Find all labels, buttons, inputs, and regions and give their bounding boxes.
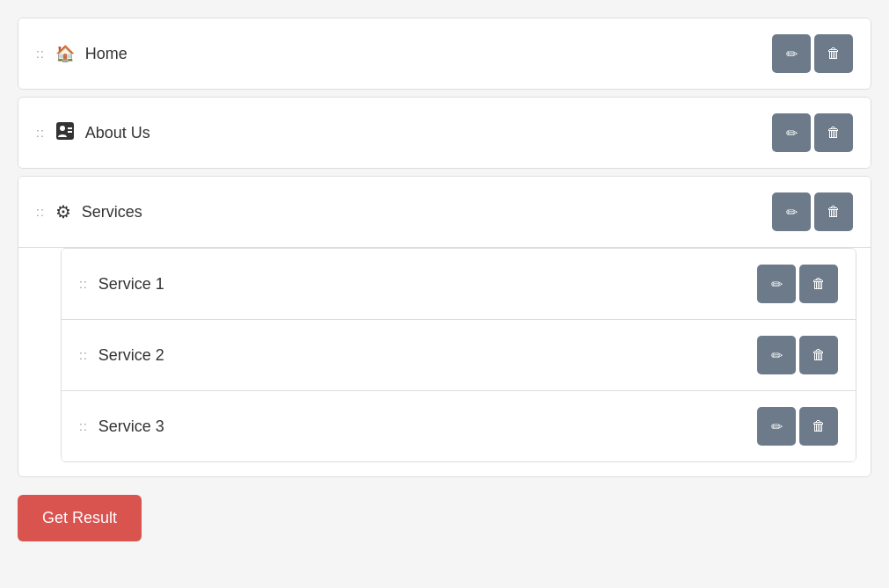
- pencil-icon: ✏: [771, 347, 783, 364]
- service-2-edit-button[interactable]: ✏: [757, 336, 796, 374]
- service-2-left: :: Service 2: [79, 346, 164, 365]
- service-1-left: :: Service 1: [79, 275, 164, 294]
- services-edit-button[interactable]: ✏: [772, 192, 811, 231]
- trash-icon: 🗑: [812, 347, 826, 363]
- drag-handle-service-1[interactable]: ::: [79, 277, 88, 291]
- home-icon: 🏠: [55, 44, 75, 63]
- drag-handle-services[interactable]: ::: [36, 205, 45, 219]
- services-row: :: ⚙ Services ✏ 🗑: [18, 177, 871, 248]
- nav-item-about-us: :: About Us ✏ 🗑: [18, 97, 871, 169]
- svg-point-1: [60, 126, 65, 131]
- about-us-icon: [55, 121, 75, 145]
- svg-rect-3: [68, 131, 72, 133]
- drag-handle-about-us[interactable]: ::: [36, 126, 45, 140]
- services-sub-list: :: Service 1 ✏ 🗑 :: Service 2 ✏: [61, 248, 856, 462]
- svg-rect-2: [68, 127, 72, 129]
- nav-item-home: :: 🏠 Home ✏ 🗑: [18, 18, 871, 90]
- pencil-icon: ✏: [771, 276, 783, 293]
- service-3-label: Service 3: [98, 417, 164, 436]
- service-3-edit-button[interactable]: ✏: [757, 407, 796, 446]
- drag-handle-home[interactable]: ::: [36, 47, 45, 61]
- about-us-label: About Us: [85, 124, 150, 142]
- about-us-row: :: About Us ✏ 🗑: [18, 98, 871, 168]
- service-2-label: Service 2: [98, 346, 164, 365]
- home-delete-button[interactable]: 🗑: [814, 34, 853, 73]
- services-group: :: ⚙ Services ✏ 🗑 :: Service 1 ✏: [18, 176, 871, 477]
- home-item-left: :: 🏠 Home: [36, 44, 128, 63]
- services-delete-button[interactable]: 🗑: [814, 192, 853, 231]
- pencil-icon: ✏: [786, 46, 798, 62]
- services-icon: ⚙: [55, 201, 71, 222]
- service-3-row: :: Service 3 ✏ 🗑: [62, 391, 856, 461]
- about-us-actions: ✏ 🗑: [772, 113, 853, 152]
- service-2-delete-button[interactable]: 🗑: [799, 336, 838, 374]
- trash-icon: 🗑: [827, 204, 841, 220]
- about-us-edit-button[interactable]: ✏: [772, 113, 811, 152]
- service-3-left: :: Service 3: [79, 417, 164, 436]
- pencil-icon: ✏: [771, 418, 783, 435]
- home-row: :: 🏠 Home ✏ 🗑: [18, 18, 871, 89]
- service-1-label: Service 1: [98, 275, 164, 294]
- trash-icon: 🗑: [812, 418, 826, 434]
- service-1-actions: ✏ 🗑: [757, 265, 838, 303]
- home-label: Home: [85, 45, 128, 63]
- service-1-edit-button[interactable]: ✏: [757, 265, 796, 303]
- pencil-icon: ✏: [786, 125, 798, 142]
- service-1-row: :: Service 1 ✏ 🗑: [62, 249, 856, 320]
- service-3-delete-button[interactable]: 🗑: [799, 407, 838, 446]
- drag-handle-service-3[interactable]: ::: [79, 419, 88, 433]
- get-result-button[interactable]: Get Result: [18, 495, 142, 541]
- trash-icon: 🗑: [812, 276, 826, 292]
- trash-icon: 🗑: [827, 46, 841, 62]
- trash-icon: 🗑: [827, 125, 841, 141]
- pencil-icon: ✏: [786, 204, 798, 221]
- footer-actions: Get Result: [18, 484, 871, 541]
- service-1-delete-button[interactable]: 🗑: [799, 265, 838, 303]
- service-3-actions: ✏ 🗑: [757, 407, 838, 446]
- services-label: Services: [82, 203, 142, 221]
- services-actions: ✏ 🗑: [772, 192, 853, 231]
- home-actions: ✏ 🗑: [772, 34, 853, 73]
- service-2-row: :: Service 2 ✏ 🗑: [62, 320, 856, 391]
- about-us-item-left: :: About Us: [36, 121, 150, 145]
- about-us-delete-button[interactable]: 🗑: [814, 113, 853, 152]
- services-item-left: :: ⚙ Services: [36, 201, 142, 222]
- home-edit-button[interactable]: ✏: [772, 34, 811, 73]
- drag-handle-service-2[interactable]: ::: [79, 348, 88, 362]
- service-2-actions: ✏ 🗑: [757, 336, 838, 374]
